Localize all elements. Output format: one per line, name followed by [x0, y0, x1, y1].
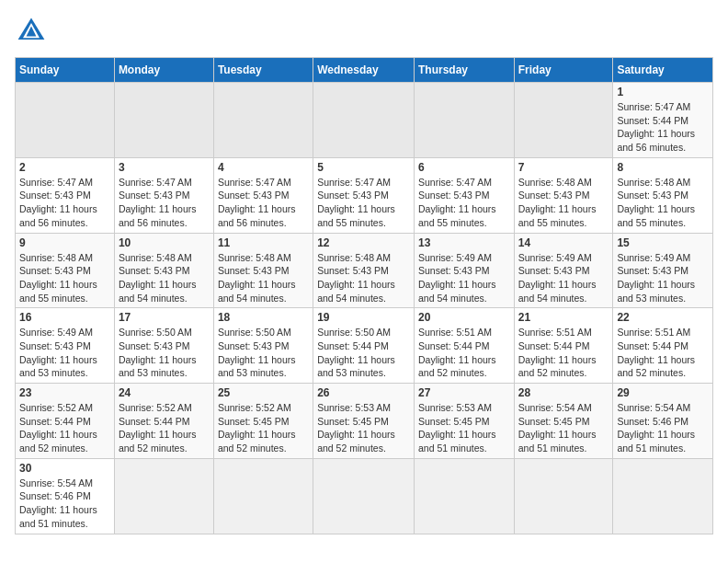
- day-of-week-header: Saturday: [613, 58, 713, 83]
- calendar-cell: 17Sunrise: 5:50 AM Sunset: 5:43 PM Dayli…: [114, 308, 213, 384]
- day-number: 4: [218, 161, 309, 174]
- calendar-cell: [114, 83, 213, 158]
- day-number: 5: [317, 161, 410, 174]
- day-info: Sunrise: 5:51 AM Sunset: 5:44 PM Dayligh…: [617, 326, 709, 380]
- day-number: 29: [617, 386, 709, 399]
- calendar-cell: 10Sunrise: 5:48 AM Sunset: 5:43 PM Dayli…: [114, 233, 213, 308]
- day-info: Sunrise: 5:52 AM Sunset: 5:45 PM Dayligh…: [218, 401, 309, 455]
- calendar-cell: [16, 83, 115, 158]
- day-info: Sunrise: 5:51 AM Sunset: 5:44 PM Dayligh…: [418, 326, 510, 380]
- day-info: Sunrise: 5:49 AM Sunset: 5:43 PM Dayligh…: [617, 251, 709, 305]
- day-number: 27: [418, 386, 510, 399]
- calendar-cell: 18Sunrise: 5:50 AM Sunset: 5:43 PM Dayli…: [213, 308, 313, 384]
- day-number: 28: [518, 386, 609, 399]
- calendar-cell: 12Sunrise: 5:48 AM Sunset: 5:43 PM Dayli…: [313, 233, 415, 308]
- calendar-cell: [613, 458, 713, 534]
- day-info: Sunrise: 5:48 AM Sunset: 5:43 PM Dayligh…: [317, 251, 410, 305]
- day-info: Sunrise: 5:50 AM Sunset: 5:43 PM Dayligh…: [218, 326, 309, 380]
- calendar-cell: 25Sunrise: 5:52 AM Sunset: 5:45 PM Dayli…: [213, 384, 313, 459]
- calendar-cell: 1Sunrise: 5:47 AM Sunset: 5:44 PM Daylig…: [613, 83, 713, 158]
- calendar-week-row: 23Sunrise: 5:52 AM Sunset: 5:44 PM Dayli…: [16, 384, 713, 459]
- calendar-cell: 8Sunrise: 5:48 AM Sunset: 5:43 PM Daylig…: [613, 157, 713, 233]
- day-info: Sunrise: 5:48 AM Sunset: 5:43 PM Dayligh…: [218, 251, 309, 305]
- day-number: 2: [19, 161, 110, 174]
- day-number: 19: [317, 311, 410, 324]
- day-number: 11: [218, 236, 309, 249]
- day-number: 25: [218, 386, 309, 399]
- day-info: Sunrise: 5:50 AM Sunset: 5:44 PM Dayligh…: [317, 326, 410, 380]
- calendar-cell: 29Sunrise: 5:54 AM Sunset: 5:46 PM Dayli…: [613, 384, 713, 459]
- calendar-week-row: 16Sunrise: 5:49 AM Sunset: 5:43 PM Dayli…: [16, 308, 713, 384]
- calendar-cell: [414, 458, 514, 534]
- day-info: Sunrise: 5:53 AM Sunset: 5:45 PM Dayligh…: [418, 401, 510, 455]
- calendar-cell: 23Sunrise: 5:52 AM Sunset: 5:44 PM Dayli…: [16, 384, 115, 459]
- calendar-cell: 27Sunrise: 5:53 AM Sunset: 5:45 PM Dayli…: [414, 384, 514, 459]
- day-number: 15: [617, 236, 709, 249]
- calendar-cell: 14Sunrise: 5:49 AM Sunset: 5:43 PM Dayli…: [514, 233, 613, 308]
- calendar-cell: 6Sunrise: 5:47 AM Sunset: 5:43 PM Daylig…: [414, 157, 514, 233]
- calendar-cell: 20Sunrise: 5:51 AM Sunset: 5:44 PM Dayli…: [414, 308, 514, 384]
- calendar-table: SundayMondayTuesdayWednesdayThursdayFrid…: [15, 57, 713, 534]
- calendar-cell: 21Sunrise: 5:51 AM Sunset: 5:44 PM Dayli…: [514, 308, 613, 384]
- day-of-week-header: Thursday: [414, 58, 514, 83]
- day-info: Sunrise: 5:53 AM Sunset: 5:45 PM Dayligh…: [317, 401, 410, 455]
- calendar-cell: [313, 458, 415, 534]
- day-info: Sunrise: 5:47 AM Sunset: 5:43 PM Dayligh…: [418, 176, 510, 230]
- calendar-cell: 16Sunrise: 5:49 AM Sunset: 5:43 PM Dayli…: [16, 308, 115, 384]
- day-info: Sunrise: 5:49 AM Sunset: 5:43 PM Dayligh…: [518, 251, 609, 305]
- day-info: Sunrise: 5:47 AM Sunset: 5:43 PM Dayligh…: [19, 176, 110, 230]
- day-info: Sunrise: 5:50 AM Sunset: 5:43 PM Dayligh…: [119, 326, 210, 380]
- calendar-cell: [213, 83, 313, 158]
- day-number: 26: [317, 386, 410, 399]
- calendar-cell: 15Sunrise: 5:49 AM Sunset: 5:43 PM Dayli…: [613, 233, 713, 308]
- calendar-cell: 2Sunrise: 5:47 AM Sunset: 5:43 PM Daylig…: [16, 157, 115, 233]
- calendar-week-row: 9Sunrise: 5:48 AM Sunset: 5:43 PM Daylig…: [16, 233, 713, 308]
- day-info: Sunrise: 5:54 AM Sunset: 5:46 PM Dayligh…: [19, 477, 110, 531]
- day-number: 22: [617, 311, 709, 324]
- calendar-cell: 3Sunrise: 5:47 AM Sunset: 5:43 PM Daylig…: [114, 157, 213, 233]
- calendar-cell: 28Sunrise: 5:54 AM Sunset: 5:45 PM Dayli…: [514, 384, 613, 459]
- calendar-header-row: SundayMondayTuesdayWednesdayThursdayFrid…: [16, 58, 713, 83]
- calendar-cell: 19Sunrise: 5:50 AM Sunset: 5:44 PM Dayli…: [313, 308, 415, 384]
- calendar-cell: 22Sunrise: 5:51 AM Sunset: 5:44 PM Dayli…: [613, 308, 713, 384]
- day-info: Sunrise: 5:51 AM Sunset: 5:44 PM Dayligh…: [518, 326, 609, 380]
- logo-icon: [15, 15, 48, 48]
- day-info: Sunrise: 5:48 AM Sunset: 5:43 PM Dayligh…: [617, 176, 709, 230]
- day-number: 14: [518, 236, 609, 249]
- day-info: Sunrise: 5:52 AM Sunset: 5:44 PM Dayligh…: [19, 401, 110, 455]
- day-info: Sunrise: 5:48 AM Sunset: 5:43 PM Dayligh…: [119, 251, 210, 305]
- day-number: 17: [119, 311, 210, 324]
- day-of-week-header: Sunday: [16, 58, 115, 83]
- day-of-week-header: Friday: [514, 58, 613, 83]
- day-number: 12: [317, 236, 410, 249]
- day-number: 30: [19, 462, 110, 475]
- day-info: Sunrise: 5:47 AM Sunset: 5:43 PM Dayligh…: [218, 176, 309, 230]
- day-info: Sunrise: 5:47 AM Sunset: 5:43 PM Dayligh…: [317, 176, 410, 230]
- day-of-week-header: Tuesday: [213, 58, 313, 83]
- day-number: 3: [119, 161, 210, 174]
- day-number: 10: [119, 236, 210, 249]
- day-number: 23: [19, 386, 110, 399]
- day-number: 9: [19, 236, 110, 249]
- calendar-cell: 13Sunrise: 5:49 AM Sunset: 5:43 PM Dayli…: [414, 233, 514, 308]
- calendar-cell: [514, 83, 613, 158]
- day-number: 16: [19, 311, 110, 324]
- day-number: 24: [119, 386, 210, 399]
- calendar-week-row: 30Sunrise: 5:54 AM Sunset: 5:46 PM Dayli…: [16, 458, 713, 534]
- calendar-cell: [414, 83, 514, 158]
- calendar-cell: 24Sunrise: 5:52 AM Sunset: 5:44 PM Dayli…: [114, 384, 213, 459]
- page-header: [15, 15, 713, 48]
- calendar-cell: 4Sunrise: 5:47 AM Sunset: 5:43 PM Daylig…: [213, 157, 313, 233]
- day-info: Sunrise: 5:47 AM Sunset: 5:43 PM Dayligh…: [119, 176, 210, 230]
- day-info: Sunrise: 5:49 AM Sunset: 5:43 PM Dayligh…: [19, 326, 110, 380]
- calendar-week-row: 2Sunrise: 5:47 AM Sunset: 5:43 PM Daylig…: [16, 157, 713, 233]
- day-number: 13: [418, 236, 510, 249]
- day-number: 18: [218, 311, 309, 324]
- calendar-cell: 30Sunrise: 5:54 AM Sunset: 5:46 PM Dayli…: [16, 458, 115, 534]
- day-number: 8: [617, 161, 709, 174]
- day-info: Sunrise: 5:47 AM Sunset: 5:44 PM Dayligh…: [617, 100, 709, 155]
- day-number: 1: [617, 86, 709, 98]
- day-of-week-header: Wednesday: [313, 58, 415, 83]
- day-number: 21: [518, 311, 609, 324]
- day-info: Sunrise: 5:49 AM Sunset: 5:43 PM Dayligh…: [418, 251, 510, 305]
